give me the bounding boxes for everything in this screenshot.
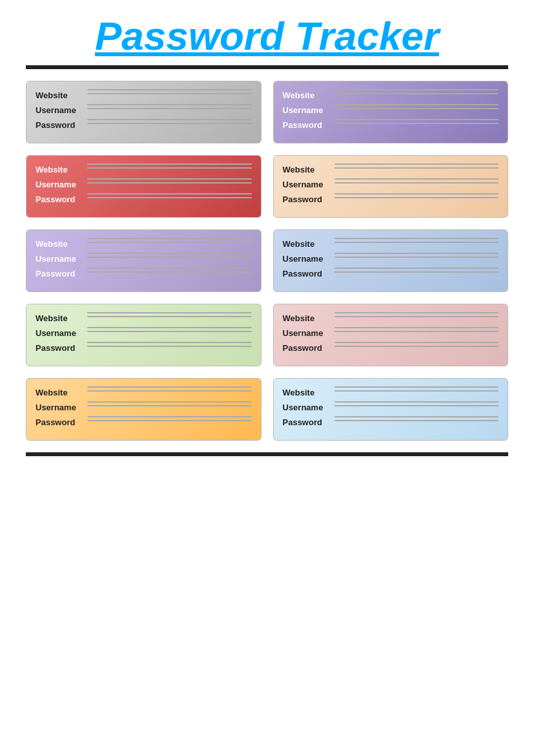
card-9-password-lines: [87, 416, 252, 421]
card-2-password-label: Password: [283, 119, 334, 130]
card-9-username-line1: [87, 401, 252, 403]
card-4-website-line1: [334, 163, 499, 165]
card-10-website-lines: [334, 386, 499, 392]
card-8-password-row: Password: [283, 342, 499, 353]
card-7-username-row: Username: [36, 327, 252, 338]
card-4-password-line2: [334, 197, 499, 198]
card-4-username-line1: [334, 178, 499, 180]
card-6-password-line1: [334, 268, 499, 269]
card-8-website-label: Website: [283, 312, 334, 323]
card-1-website-line2: [87, 93, 252, 94]
card-6-password-lines: [334, 268, 499, 273]
card-6-username-line2: [334, 257, 499, 258]
bottom-divider: [26, 452, 508, 456]
card-8-username-line2: [334, 331, 499, 332]
card-6-website-lines: [334, 238, 499, 243]
password-card-4: WebsiteUsernamePassword: [273, 155, 509, 218]
card-5-password-lines: [87, 268, 252, 273]
password-card-2: WebsiteUsernamePassword: [273, 81, 509, 143]
card-2-password-row: Password: [283, 119, 499, 130]
password-card-3: WebsiteUsernamePassword: [26, 155, 262, 218]
card-4-password-row: Password: [283, 193, 499, 204]
card-7-password-line2: [87, 346, 252, 347]
card-1-website-row: Website: [36, 89, 252, 100]
card-7-username-line1: [87, 327, 252, 328]
page-title: Password Tracker: [26, 13, 508, 59]
card-6-password-line2: [334, 271, 499, 273]
card-10-username-row: Username: [283, 401, 499, 412]
card-2-username-label: Username: [283, 104, 334, 115]
card-4-website-row: Website: [283, 163, 499, 174]
card-4-password-line1: [334, 193, 499, 194]
card-4-website-label: Website: [283, 163, 334, 174]
card-4-username-row: Username: [283, 178, 499, 189]
card-7-website-line2: [87, 316, 252, 317]
card-5-username-row: Username: [36, 253, 252, 264]
password-card-5: WebsiteUsernamePassword: [26, 229, 262, 292]
card-3-password-lines: [87, 193, 252, 198]
card-5-password-label: Password: [36, 268, 87, 278]
card-4-website-lines: [334, 163, 499, 169]
card-3-username-label: Username: [36, 178, 87, 189]
card-8-username-row: Username: [283, 327, 499, 338]
password-card-9: WebsiteUsernamePassword: [26, 378, 262, 441]
card-4-password-label: Password: [283, 193, 334, 204]
card-1-username-line2: [87, 108, 252, 109]
card-10-password-line1: [334, 416, 499, 417]
card-1-website-line1: [87, 89, 252, 90]
card-6-username-label: Username: [283, 253, 334, 264]
card-7-website-label: Website: [36, 312, 87, 323]
card-10-username-lines: [334, 401, 499, 406]
password-card-8: WebsiteUsernamePassword: [273, 304, 509, 366]
card-7-website-lines: [87, 312, 252, 317]
card-3-username-line2: [87, 182, 252, 184]
card-2-username-lines: [334, 104, 499, 109]
card-5-website-line1: [87, 238, 252, 239]
card-6-password-label: Password: [283, 268, 334, 278]
card-3-username-line1: [87, 178, 252, 180]
card-9-username-line2: [87, 405, 252, 406]
card-9-website-row: Website: [36, 386, 252, 397]
card-6-password-row: Password: [283, 268, 499, 278]
card-3-password-line1: [87, 193, 252, 194]
card-5-username-lines: [87, 253, 252, 258]
card-9-password-row: Password: [36, 416, 252, 427]
card-7-password-line1: [87, 342, 252, 343]
card-4-website-line2: [334, 167, 499, 169]
card-1-password-lines: [87, 119, 252, 124]
card-10-password-line2: [334, 420, 499, 421]
password-card-1: WebsiteUsernamePassword: [26, 81, 262, 143]
card-3-website-lines: [87, 163, 252, 169]
card-1-username-line1: [87, 104, 252, 105]
card-2-website-line1: [334, 89, 499, 90]
card-2-password-lines: [334, 119, 499, 124]
card-5-username-line1: [87, 253, 252, 254]
card-6-website-row: Website: [283, 238, 499, 249]
top-divider: [26, 65, 508, 69]
card-3-website-label: Website: [36, 163, 87, 174]
card-8-username-lines: [334, 327, 499, 332]
card-3-password-label: Password: [36, 193, 87, 204]
card-3-username-lines: [87, 178, 252, 184]
card-8-username-line1: [334, 327, 499, 328]
card-9-password-line1: [87, 416, 252, 417]
card-10-website-label: Website: [283, 386, 334, 397]
card-2-website-row: Website: [283, 89, 499, 100]
card-10-website-line1: [334, 386, 499, 388]
card-3-password-row: Password: [36, 193, 252, 204]
card-8-website-row: Website: [283, 312, 499, 323]
card-3-website-line1: [87, 163, 252, 165]
card-3-password-line2: [87, 197, 252, 198]
card-1-username-lines: [87, 104, 252, 109]
card-10-website-line2: [334, 390, 499, 392]
card-5-password-line2: [87, 271, 252, 273]
card-1-website-label: Website: [36, 89, 87, 100]
card-7-password-lines: [87, 342, 252, 347]
card-5-password-line1: [87, 268, 252, 269]
card-9-username-row: Username: [36, 401, 252, 412]
card-6-username-line1: [334, 253, 499, 254]
card-2-username-line2: [334, 108, 499, 109]
card-2-password-line2: [334, 123, 499, 124]
card-1-password-line2: [87, 123, 252, 124]
card-8-website-line1: [334, 312, 499, 313]
